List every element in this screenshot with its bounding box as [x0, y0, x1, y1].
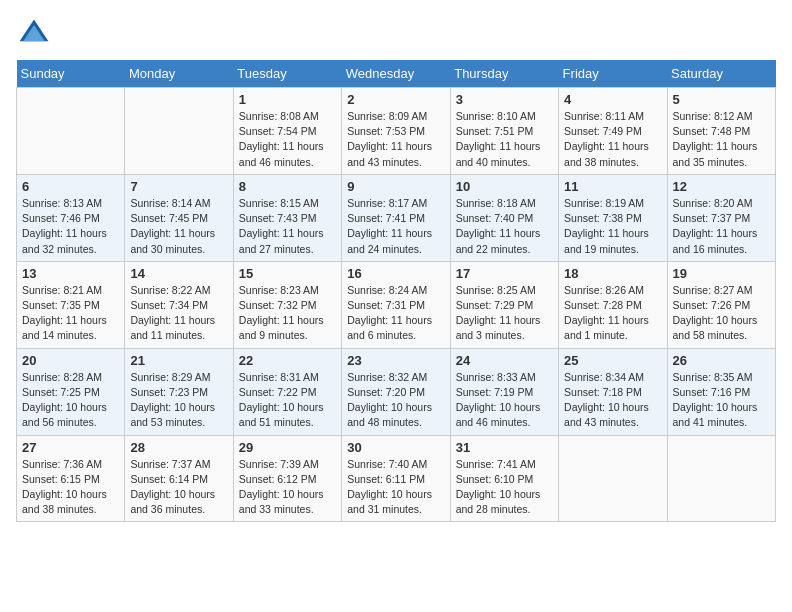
calendar-cell: 24Sunrise: 8:33 AM Sunset: 7:19 PM Dayli… [450, 348, 558, 435]
day-number: 6 [22, 179, 119, 194]
day-info: Sunrise: 8:08 AM Sunset: 7:54 PM Dayligh… [239, 109, 336, 170]
calendar-table: SundayMondayTuesdayWednesdayThursdayFrid… [16, 60, 776, 522]
calendar-cell: 11Sunrise: 8:19 AM Sunset: 7:38 PM Dayli… [559, 174, 667, 261]
day-info: Sunrise: 8:21 AM Sunset: 7:35 PM Dayligh… [22, 283, 119, 344]
day-number: 19 [673, 266, 770, 281]
day-number: 2 [347, 92, 444, 107]
day-info: Sunrise: 8:12 AM Sunset: 7:48 PM Dayligh… [673, 109, 770, 170]
day-number: 22 [239, 353, 336, 368]
calendar-cell: 12Sunrise: 8:20 AM Sunset: 7:37 PM Dayli… [667, 174, 775, 261]
calendar-cell: 23Sunrise: 8:32 AM Sunset: 7:20 PM Dayli… [342, 348, 450, 435]
day-info: Sunrise: 8:22 AM Sunset: 7:34 PM Dayligh… [130, 283, 227, 344]
day-info: Sunrise: 8:10 AM Sunset: 7:51 PM Dayligh… [456, 109, 553, 170]
day-number: 23 [347, 353, 444, 368]
day-info: Sunrise: 7:37 AM Sunset: 6:14 PM Dayligh… [130, 457, 227, 518]
day-number: 17 [456, 266, 553, 281]
logo-icon [16, 16, 52, 52]
calendar-cell: 5Sunrise: 8:12 AM Sunset: 7:48 PM Daylig… [667, 88, 775, 175]
day-info: Sunrise: 8:32 AM Sunset: 7:20 PM Dayligh… [347, 370, 444, 431]
day-info: Sunrise: 8:26 AM Sunset: 7:28 PM Dayligh… [564, 283, 661, 344]
dow-header: Thursday [450, 60, 558, 88]
day-info: Sunrise: 8:34 AM Sunset: 7:18 PM Dayligh… [564, 370, 661, 431]
day-number: 28 [130, 440, 227, 455]
days-of-week-row: SundayMondayTuesdayWednesdayThursdayFrid… [17, 60, 776, 88]
day-info: Sunrise: 8:35 AM Sunset: 7:16 PM Dayligh… [673, 370, 770, 431]
calendar-cell: 21Sunrise: 8:29 AM Sunset: 7:23 PM Dayli… [125, 348, 233, 435]
day-info: Sunrise: 8:23 AM Sunset: 7:32 PM Dayligh… [239, 283, 336, 344]
day-info: Sunrise: 8:25 AM Sunset: 7:29 PM Dayligh… [456, 283, 553, 344]
dow-header: Sunday [17, 60, 125, 88]
day-number: 12 [673, 179, 770, 194]
dow-header: Monday [125, 60, 233, 88]
day-number: 31 [456, 440, 553, 455]
day-number: 27 [22, 440, 119, 455]
calendar-week-row: 6Sunrise: 8:13 AM Sunset: 7:46 PM Daylig… [17, 174, 776, 261]
calendar-cell: 28Sunrise: 7:37 AM Sunset: 6:14 PM Dayli… [125, 435, 233, 522]
calendar-cell: 14Sunrise: 8:22 AM Sunset: 7:34 PM Dayli… [125, 261, 233, 348]
calendar-cell: 13Sunrise: 8:21 AM Sunset: 7:35 PM Dayli… [17, 261, 125, 348]
day-info: Sunrise: 8:20 AM Sunset: 7:37 PM Dayligh… [673, 196, 770, 257]
day-number: 11 [564, 179, 661, 194]
day-info: Sunrise: 8:31 AM Sunset: 7:22 PM Dayligh… [239, 370, 336, 431]
page-header [16, 16, 776, 52]
day-number: 1 [239, 92, 336, 107]
day-info: Sunrise: 8:19 AM Sunset: 7:38 PM Dayligh… [564, 196, 661, 257]
calendar-cell: 1Sunrise: 8:08 AM Sunset: 7:54 PM Daylig… [233, 88, 341, 175]
calendar-cell: 30Sunrise: 7:40 AM Sunset: 6:11 PM Dayli… [342, 435, 450, 522]
calendar-cell: 3Sunrise: 8:10 AM Sunset: 7:51 PM Daylig… [450, 88, 558, 175]
day-number: 10 [456, 179, 553, 194]
day-number: 3 [456, 92, 553, 107]
day-number: 25 [564, 353, 661, 368]
day-info: Sunrise: 8:24 AM Sunset: 7:31 PM Dayligh… [347, 283, 444, 344]
calendar-cell: 17Sunrise: 8:25 AM Sunset: 7:29 PM Dayli… [450, 261, 558, 348]
calendar-week-row: 1Sunrise: 8:08 AM Sunset: 7:54 PM Daylig… [17, 88, 776, 175]
day-info: Sunrise: 8:14 AM Sunset: 7:45 PM Dayligh… [130, 196, 227, 257]
day-number: 14 [130, 266, 227, 281]
day-number: 9 [347, 179, 444, 194]
calendar-cell: 19Sunrise: 8:27 AM Sunset: 7:26 PM Dayli… [667, 261, 775, 348]
calendar-cell: 20Sunrise: 8:28 AM Sunset: 7:25 PM Dayli… [17, 348, 125, 435]
calendar-cell: 7Sunrise: 8:14 AM Sunset: 7:45 PM Daylig… [125, 174, 233, 261]
day-number: 26 [673, 353, 770, 368]
calendar-cell: 26Sunrise: 8:35 AM Sunset: 7:16 PM Dayli… [667, 348, 775, 435]
day-number: 24 [456, 353, 553, 368]
day-number: 18 [564, 266, 661, 281]
calendar-week-row: 13Sunrise: 8:21 AM Sunset: 7:35 PM Dayli… [17, 261, 776, 348]
calendar-cell: 6Sunrise: 8:13 AM Sunset: 7:46 PM Daylig… [17, 174, 125, 261]
day-info: Sunrise: 7:36 AM Sunset: 6:15 PM Dayligh… [22, 457, 119, 518]
day-number: 16 [347, 266, 444, 281]
day-number: 7 [130, 179, 227, 194]
dow-header: Saturday [667, 60, 775, 88]
calendar-cell: 2Sunrise: 8:09 AM Sunset: 7:53 PM Daylig… [342, 88, 450, 175]
calendar-cell: 27Sunrise: 7:36 AM Sunset: 6:15 PM Dayli… [17, 435, 125, 522]
calendar-cell: 25Sunrise: 8:34 AM Sunset: 7:18 PM Dayli… [559, 348, 667, 435]
calendar-cell: 22Sunrise: 8:31 AM Sunset: 7:22 PM Dayli… [233, 348, 341, 435]
calendar-cell: 4Sunrise: 8:11 AM Sunset: 7:49 PM Daylig… [559, 88, 667, 175]
day-info: Sunrise: 8:27 AM Sunset: 7:26 PM Dayligh… [673, 283, 770, 344]
calendar-cell: 10Sunrise: 8:18 AM Sunset: 7:40 PM Dayli… [450, 174, 558, 261]
day-info: Sunrise: 7:41 AM Sunset: 6:10 PM Dayligh… [456, 457, 553, 518]
logo [16, 16, 56, 52]
day-info: Sunrise: 7:40 AM Sunset: 6:11 PM Dayligh… [347, 457, 444, 518]
day-number: 4 [564, 92, 661, 107]
day-number: 29 [239, 440, 336, 455]
day-number: 15 [239, 266, 336, 281]
calendar-body: 1Sunrise: 8:08 AM Sunset: 7:54 PM Daylig… [17, 88, 776, 522]
calendar-cell [667, 435, 775, 522]
day-info: Sunrise: 8:15 AM Sunset: 7:43 PM Dayligh… [239, 196, 336, 257]
calendar-cell: 16Sunrise: 8:24 AM Sunset: 7:31 PM Dayli… [342, 261, 450, 348]
dow-header: Wednesday [342, 60, 450, 88]
day-info: Sunrise: 8:33 AM Sunset: 7:19 PM Dayligh… [456, 370, 553, 431]
calendar-cell [559, 435, 667, 522]
calendar-week-row: 20Sunrise: 8:28 AM Sunset: 7:25 PM Dayli… [17, 348, 776, 435]
calendar-cell: 18Sunrise: 8:26 AM Sunset: 7:28 PM Dayli… [559, 261, 667, 348]
day-info: Sunrise: 8:13 AM Sunset: 7:46 PM Dayligh… [22, 196, 119, 257]
day-info: Sunrise: 8:18 AM Sunset: 7:40 PM Dayligh… [456, 196, 553, 257]
dow-header: Friday [559, 60, 667, 88]
calendar-cell: 15Sunrise: 8:23 AM Sunset: 7:32 PM Dayli… [233, 261, 341, 348]
day-info: Sunrise: 8:29 AM Sunset: 7:23 PM Dayligh… [130, 370, 227, 431]
day-number: 20 [22, 353, 119, 368]
day-info: Sunrise: 7:39 AM Sunset: 6:12 PM Dayligh… [239, 457, 336, 518]
calendar-week-row: 27Sunrise: 7:36 AM Sunset: 6:15 PM Dayli… [17, 435, 776, 522]
day-number: 5 [673, 92, 770, 107]
